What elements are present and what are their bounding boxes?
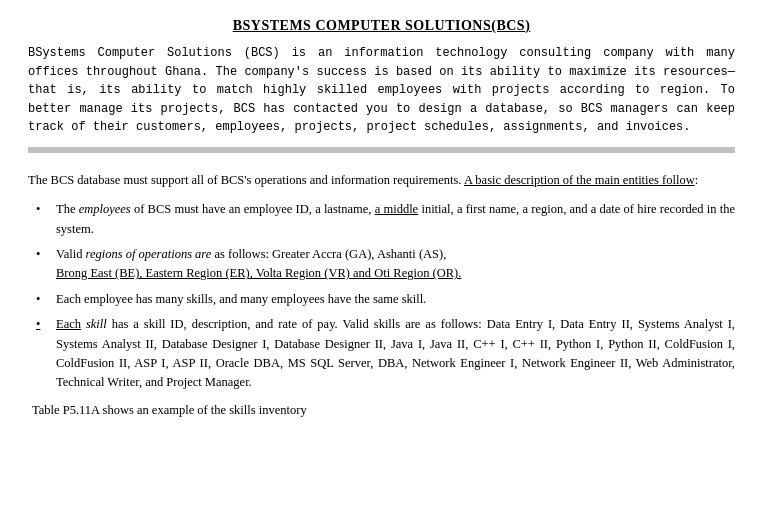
description-intro: The BCS database must support all of BCS… <box>28 171 735 190</box>
intro-paragraph: BSystems Computer Solutions (BCS) is an … <box>28 44 735 137</box>
bullet1-italic: employees <box>79 202 131 216</box>
list-item: The employees of BCS must have an employ… <box>52 200 735 239</box>
description-intro-colon: : <box>695 173 698 187</box>
bullet1-underlined: a middle <box>375 202 419 216</box>
table-note: Table P5.11A shows an example of the ski… <box>32 403 735 418</box>
bullet1-text-after: of BCS must have an employee ID, a lastn… <box>131 202 375 216</box>
bullet3-text: Each employee has many skills, and many … <box>56 292 426 306</box>
bullet2-text-after: as follows: Greater Accra (GA), Ashanti … <box>211 247 446 261</box>
bullet4-text-after: has a skill ID, description, and rate of… <box>56 317 735 389</box>
divider <box>28 147 735 153</box>
list-item: Each employee has many skills, and many … <box>52 290 735 309</box>
page-container: BSYSTEMS COMPUTER SOLUTIONS(BCS) BSystem… <box>0 0 763 510</box>
bullet2-italic: regions of operations are <box>86 247 212 261</box>
description-intro-text1: The BCS database must support all of BCS… <box>28 173 464 187</box>
bullet2-text-before: Valid <box>56 247 86 261</box>
bullet1-text-before: The <box>56 202 79 216</box>
page-title: BSYSTEMS COMPUTER SOLUTIONS(BCS) <box>28 18 735 34</box>
bullet-list: The employees of BCS must have an employ… <box>52 200 735 392</box>
bullet4-italic: skill <box>81 317 107 331</box>
bullet4-each: Each <box>56 317 81 331</box>
description-intro-link: A basic description of the main entities… <box>464 173 695 187</box>
list-item: Each skill has a skill ID, description, … <box>52 315 735 393</box>
list-item: Valid regions of operations are as follo… <box>52 245 735 284</box>
bullet2-underlined-line: Brong East (BE), Eastern Region (ER), Vo… <box>56 266 461 280</box>
